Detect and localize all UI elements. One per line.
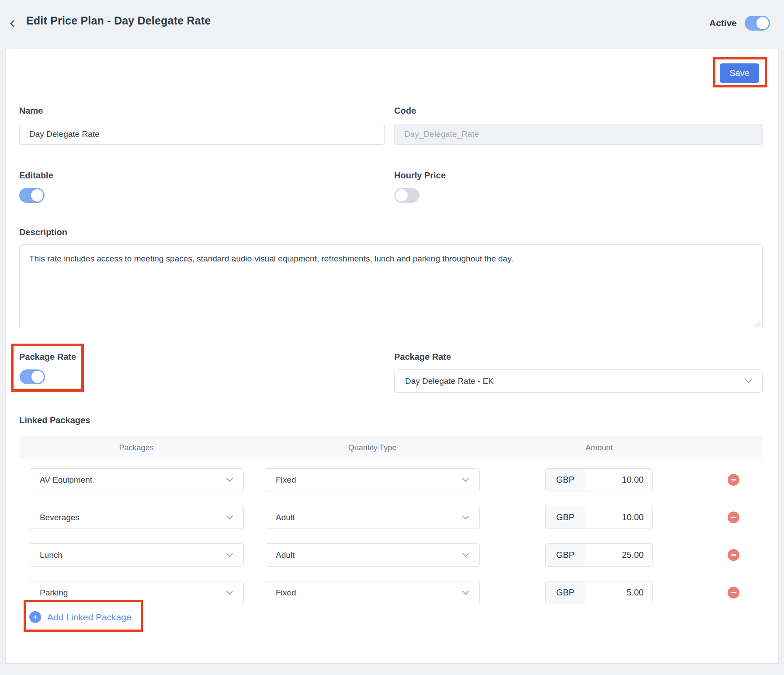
- quantity-type-select-value: Adult: [276, 513, 295, 522]
- quantity-type-select[interactable]: Adult: [265, 506, 480, 529]
- chevron-down-icon: [462, 588, 469, 595]
- chevron-down-icon: [462, 512, 469, 519]
- hourly-price-label: Hourly Price: [394, 170, 446, 181]
- toggle-knob: [31, 189, 43, 202]
- currency-prefix: GBP: [546, 544, 585, 566]
- remove-row-button[interactable]: [728, 474, 739, 486]
- quantity-type-select[interactable]: Adult: [265, 543, 480, 567]
- quantity-type-select[interactable]: Fixed: [265, 581, 480, 604]
- package-select[interactable]: AV Equipment: [29, 468, 244, 491]
- minus-icon: [731, 554, 736, 556]
- quantity-type-select-value: Adult: [276, 550, 295, 560]
- column-header-packages: Packages: [119, 443, 153, 452]
- add-linked-package-button[interactable]: + Add Linked Package: [29, 611, 132, 623]
- amount-input[interactable]: 10.00: [585, 469, 652, 491]
- chevron-down-icon: [226, 475, 233, 482]
- package-rate-select-value: Day Delegate Rate - EK: [405, 376, 494, 386]
- currency-prefix: GBP: [546, 506, 585, 529]
- minus-icon: [731, 592, 736, 593]
- package-select-value: AV Equipment: [40, 475, 92, 485]
- package-select-value: Lunch: [40, 550, 62, 560]
- chevron-down-icon: [226, 512, 233, 519]
- description-textarea[interactable]: This rate includes access to meeting spa…: [19, 244, 763, 329]
- remove-row-button[interactable]: [728, 587, 739, 598]
- active-label: Active: [709, 18, 737, 28]
- active-toggle[interactable]: [745, 16, 770, 31]
- package-select[interactable]: Beverages: [29, 506, 244, 529]
- amount-field: GBP 5.00: [545, 581, 653, 604]
- plus-icon: +: [29, 611, 41, 623]
- page-title: Edit Price Plan - Day Delegate Rate: [26, 14, 211, 27]
- package-rate-toggle[interactable]: [20, 369, 45, 384]
- quantity-type-select-value: Fixed: [276, 588, 296, 598]
- package-rate-toggle-label: Package Rate: [19, 352, 76, 362]
- toggle-knob: [756, 17, 769, 29]
- chevron-down-icon: [226, 550, 233, 557]
- add-linked-package-label: Add Linked Package: [47, 612, 132, 623]
- minus-icon: [731, 479, 736, 480]
- amount-input[interactable]: 25.00: [585, 544, 652, 566]
- name-label: Name: [19, 106, 43, 116]
- toggle-knob: [31, 371, 44, 383]
- amount-field: GBP 10.00: [545, 506, 653, 529]
- package-select-value: Parking: [40, 588, 68, 598]
- linked-packages-header-row: Packages Quantity Type Amount: [19, 436, 763, 459]
- amount-input[interactable]: 10.00: [585, 506, 652, 529]
- hourly-price-toggle[interactable]: [394, 188, 420, 203]
- amount-field: GBP 25.00: [545, 543, 653, 567]
- amount-field: GBP 10.00: [545, 468, 653, 491]
- currency-prefix: GBP: [546, 581, 585, 604]
- chevron-down-icon: [462, 550, 469, 557]
- chevron-down-icon: [462, 475, 469, 482]
- editable-toggle[interactable]: [19, 188, 45, 203]
- description-label: Description: [19, 227, 67, 237]
- remove-row-button[interactable]: [728, 511, 739, 523]
- code-input: [394, 124, 763, 145]
- package-select-value: Beverages: [40, 513, 80, 522]
- quantity-type-select-value: Fixed: [276, 475, 296, 485]
- column-header-amount: Amount: [586, 443, 613, 452]
- quantity-type-select[interactable]: Fixed: [265, 468, 480, 491]
- package-rate-select[interactable]: Day Delegate Rate - EK: [394, 369, 763, 393]
- chevron-down-icon: [745, 376, 752, 383]
- toggle-knob: [395, 189, 408, 202]
- remove-row-button[interactable]: [728, 549, 739, 561]
- active-toggle-group: Active: [709, 16, 770, 31]
- save-button[interactable]: Save: [720, 63, 759, 83]
- linked-packages-title: Linked Packages: [19, 415, 90, 425]
- back-icon[interactable]: [10, 20, 18, 28]
- minus-icon: [731, 517, 736, 518]
- chevron-down-icon: [226, 588, 233, 595]
- package-select[interactable]: Lunch: [29, 543, 244, 567]
- column-header-quantity-type: Quantity Type: [348, 443, 397, 452]
- editable-label: Editable: [19, 170, 53, 181]
- package-rate-select-label: Package Rate: [394, 352, 451, 362]
- edit-price-plan-page: Edit Price Plan - Day Delegate Rate Acti…: [0, 0, 784, 675]
- code-label: Code: [394, 106, 416, 116]
- package-select[interactable]: Parking: [29, 581, 244, 604]
- amount-input[interactable]: 5.00: [585, 581, 652, 604]
- name-input[interactable]: [19, 124, 385, 145]
- currency-prefix: GBP: [546, 469, 585, 491]
